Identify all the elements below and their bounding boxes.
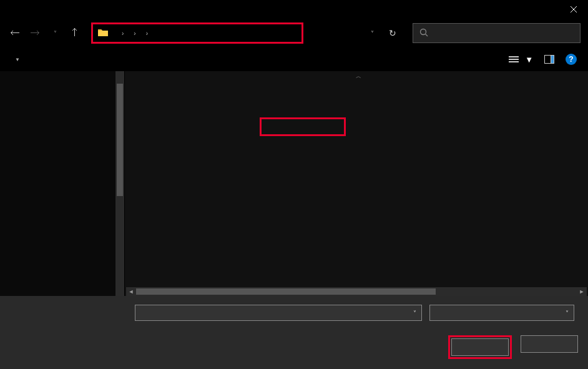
open-with-dialog: 🡐 🡒 ˅ 🡑 › › › ˅ ↻ ▼: [0, 0, 588, 369]
view-controls: ▼ ?: [509, 54, 577, 65]
close-icon: [570, 6, 577, 13]
recent-dropdown[interactable]: ˅: [47, 26, 62, 41]
svg-point-0: [421, 29, 426, 34]
close-button[interactable]: [559, 0, 588, 19]
cancel-button[interactable]: [521, 335, 578, 353]
filename-input[interactable]: ˅: [135, 305, 422, 321]
scroll-right-icon[interactable]: ►: [577, 287, 587, 296]
highlight-box: [448, 335, 512, 359]
sidebar-scrollbar[interactable]: [115, 71, 124, 296]
search-icon: [419, 28, 428, 39]
chevron-right-icon: ›: [134, 30, 135, 37]
chevron-right-icon: ›: [122, 30, 124, 37]
view-button[interactable]: ▼: [509, 54, 533, 64]
column-headers[interactable]: ︿: [125, 71, 588, 89]
up-button[interactable]: 🡑: [67, 26, 82, 41]
scrollbar-thumb[interactable]: [117, 84, 123, 196]
sort-indicator-icon: ︿: [356, 72, 361, 81]
address-dropdown[interactable]: ˅: [371, 30, 374, 37]
file-type-filter[interactable]: ˅: [429, 305, 574, 321]
scrollbar-thumb[interactable]: [136, 288, 436, 295]
toolbar: ▼ ▼ ?: [0, 47, 588, 71]
back-button[interactable]: 🡐: [7, 26, 22, 41]
scroll-left-icon[interactable]: ◄: [126, 287, 136, 296]
titlebar: [0, 0, 588, 19]
list-view-icon: [509, 54, 521, 64]
folder-icon: [98, 28, 108, 39]
organize-button[interactable]: ▼: [11, 57, 20, 62]
highlight-box: [260, 117, 346, 136]
chevron-right-icon: ›: [146, 30, 148, 37]
horizontal-scrollbar[interactable]: ◄ ►: [126, 287, 587, 296]
nav-row: 🡐 🡒 ˅ 🡑 › › › ˅ ↻: [0, 19, 588, 47]
file-list: ︿ ◄ ►: [125, 71, 588, 296]
forward-button[interactable]: 🡒: [27, 26, 42, 41]
search-box[interactable]: [413, 23, 581, 43]
chevron-down-icon: ▼: [525, 55, 533, 64]
main-area: ︿ ◄ ►: [0, 71, 588, 296]
search-input[interactable]: [434, 29, 574, 38]
open-button[interactable]: [451, 338, 509, 356]
preview-pane-button[interactable]: [544, 55, 554, 64]
chevron-down-icon: ▼: [15, 57, 20, 62]
address-bar[interactable]: › › ›: [91, 22, 303, 44]
help-button[interactable]: ?: [566, 54, 577, 65]
refresh-button[interactable]: ↻: [389, 28, 396, 38]
chevron-down-icon[interactable]: ˅: [413, 310, 416, 317]
chevron-down-icon[interactable]: ˅: [566, 310, 569, 317]
footer: ˅ ˅: [0, 296, 588, 369]
folder-tree[interactable]: [0, 71, 125, 296]
